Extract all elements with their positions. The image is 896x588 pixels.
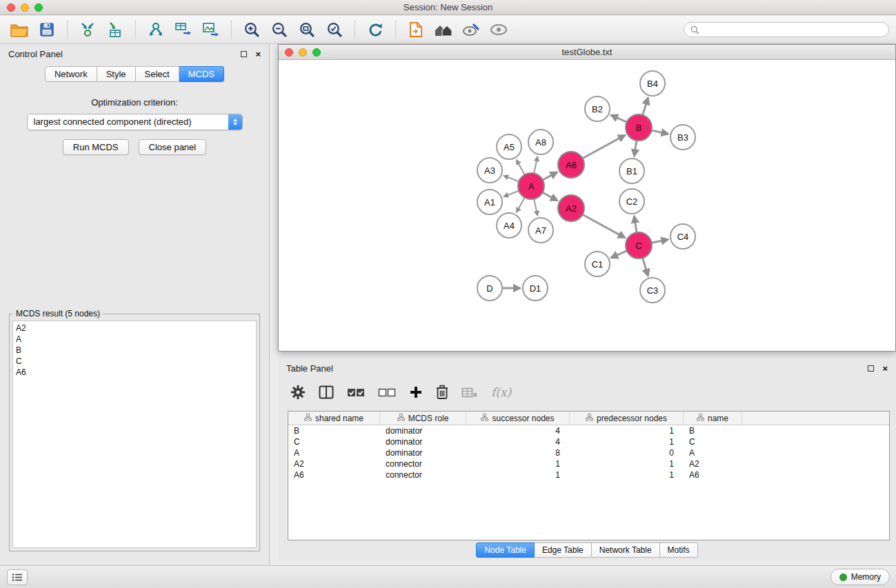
save-session-button[interactable] <box>34 19 59 41</box>
node-A7[interactable]: A7 <box>528 218 553 243</box>
search-box[interactable] <box>684 22 889 37</box>
node-D[interactable]: D <box>477 276 502 301</box>
edge-B-B3[interactable] <box>652 130 668 134</box>
list-item[interactable]: A2 <box>16 323 256 334</box>
tab-node-table[interactable]: Node Table <box>476 543 535 558</box>
export-table-button[interactable] <box>171 19 196 41</box>
zoom-fit-button[interactable] <box>295 19 319 41</box>
edge-A6-B[interactable] <box>583 135 625 159</box>
node-C2[interactable]: C2 <box>619 189 644 214</box>
edge-B-B4[interactable] <box>643 98 648 115</box>
close-panel-button[interactable]: Close panel <box>139 139 207 155</box>
node-B3[interactable]: B3 <box>670 125 695 150</box>
tab-edge-table[interactable]: Edge Table <box>535 543 592 558</box>
control-panel-close-button[interactable]: × <box>255 51 261 57</box>
edge-A-A1[interactable] <box>504 191 519 196</box>
list-item[interactable]: A6 <box>16 367 256 378</box>
node-B1[interactable]: B1 <box>619 159 644 183</box>
deselect-all-button[interactable] <box>378 386 396 398</box>
column-header-shared-name[interactable]: shared name <box>288 412 380 425</box>
edge-A-A3[interactable] <box>504 176 519 181</box>
table-row[interactable]: A6connector11A6 <box>288 469 889 480</box>
node-B[interactable]: B <box>626 114 652 141</box>
criterion-dropdown[interactable]: largest connected component (directed) <box>27 114 243 130</box>
show-columns-button[interactable] <box>319 385 334 399</box>
minimize-window-button[interactable] <box>21 3 29 12</box>
open-session-button[interactable] <box>7 19 32 41</box>
node-C1[interactable]: C1 <box>585 252 610 276</box>
node-A8[interactable]: A8 <box>528 130 553 154</box>
table-row[interactable]: Cdominator41C <box>288 436 889 447</box>
export-image-button[interactable] <box>199 19 223 41</box>
network-zoom-button[interactable] <box>312 48 321 57</box>
export-network-button[interactable] <box>143 19 168 41</box>
edge-A-A7[interactable] <box>534 199 537 216</box>
annotation-button[interactable] <box>459 19 484 41</box>
edge-A2-C[interactable] <box>583 214 625 238</box>
open-panel-button[interactable] <box>404 19 428 41</box>
add-column-button[interactable] <box>409 385 423 399</box>
run-mcds-button[interactable]: Run MCDS <box>63 139 129 155</box>
edge-C-C4[interactable] <box>652 239 668 243</box>
mcds-result-list[interactable]: A2ABCA6 <box>12 321 257 548</box>
tab-network[interactable]: Network <box>45 66 97 82</box>
table-panel-float-button[interactable] <box>868 365 874 372</box>
zoom-out-button[interactable] <box>267 19 292 41</box>
panel-list-button[interactable] <box>7 569 28 585</box>
delete-column-button[interactable] <box>436 385 448 400</box>
show-hide-button[interactable] <box>486 19 511 41</box>
node-B2[interactable]: B2 <box>585 97 610 121</box>
network-minimize-button[interactable] <box>299 48 307 57</box>
zoom-window-button[interactable] <box>34 3 43 12</box>
edge-B-B1[interactable] <box>634 141 637 156</box>
home-view-button[interactable] <box>431 19 456 41</box>
node-A[interactable]: A <box>518 173 544 199</box>
tab-select[interactable]: Select <box>136 66 179 82</box>
tab-motifs[interactable]: Motifs <box>660 543 698 558</box>
import-network-button[interactable] <box>75 19 100 41</box>
table-row[interactable]: Adominator80A <box>288 447 889 458</box>
tab-mcds[interactable]: MCDS <box>179 66 224 82</box>
edge-A-A8[interactable] <box>534 157 537 174</box>
node-A5[interactable]: A5 <box>497 134 521 159</box>
network-close-button[interactable] <box>285 48 293 57</box>
column-header-MCDS-role[interactable]: MCDS role <box>380 412 466 425</box>
node-A1[interactable]: A1 <box>477 190 502 214</box>
tab-style[interactable]: Style <box>97 66 136 82</box>
node-A6[interactable]: A6 <box>558 152 584 178</box>
column-header-predecessor-nodes[interactable]: predecessor nodes <box>570 412 684 425</box>
delete-table-button[interactable] <box>461 386 478 398</box>
node-C4[interactable]: C4 <box>670 224 695 249</box>
edge-A-A5[interactable] <box>517 160 525 174</box>
close-window-button[interactable] <box>7 3 15 12</box>
control-panel-float-button[interactable] <box>241 51 247 57</box>
node-C[interactable]: C <box>626 232 652 258</box>
zoom-selected-button[interactable] <box>322 19 347 41</box>
table-row[interactable]: A2connector11A2 <box>288 458 889 469</box>
table-settings-button[interactable] <box>290 385 306 400</box>
node-A3[interactable]: A3 <box>477 158 502 183</box>
function-builder-button[interactable]: f(x) <box>491 385 511 399</box>
search-input[interactable] <box>704 25 882 34</box>
list-item[interactable]: B <box>16 345 256 356</box>
node-B4[interactable]: B4 <box>640 71 665 96</box>
node-D1[interactable]: D1 <box>523 276 548 301</box>
edge-C-C1[interactable] <box>611 251 627 258</box>
edge-B-B2[interactable] <box>611 115 627 122</box>
column-header-name[interactable]: name <box>684 412 742 425</box>
list-item[interactable]: C <box>16 356 256 367</box>
refresh-layout-button[interactable] <box>363 19 388 41</box>
select-all-button[interactable] <box>347 386 365 398</box>
tab-network-table[interactable]: Network Table <box>592 543 660 558</box>
network-canvas[interactable]: AA2A6BCA1A3A4A5A7A8B1B2B3B4C1C2C3C4DD1 <box>279 61 895 351</box>
node-A2[interactable]: A2 <box>558 195 584 221</box>
edge-A-A4[interactable] <box>517 198 525 212</box>
node-C3[interactable]: C3 <box>640 278 665 303</box>
zoom-in-button[interactable] <box>239 19 264 41</box>
list-item[interactable]: A <box>16 334 256 345</box>
edge-C-C3[interactable] <box>643 258 648 276</box>
edge-A-A6[interactable] <box>543 172 557 180</box>
memory-button[interactable]: Memory <box>830 569 890 585</box>
node-A4[interactable]: A4 <box>497 213 521 238</box>
edge-A-A2[interactable] <box>543 192 557 201</box>
